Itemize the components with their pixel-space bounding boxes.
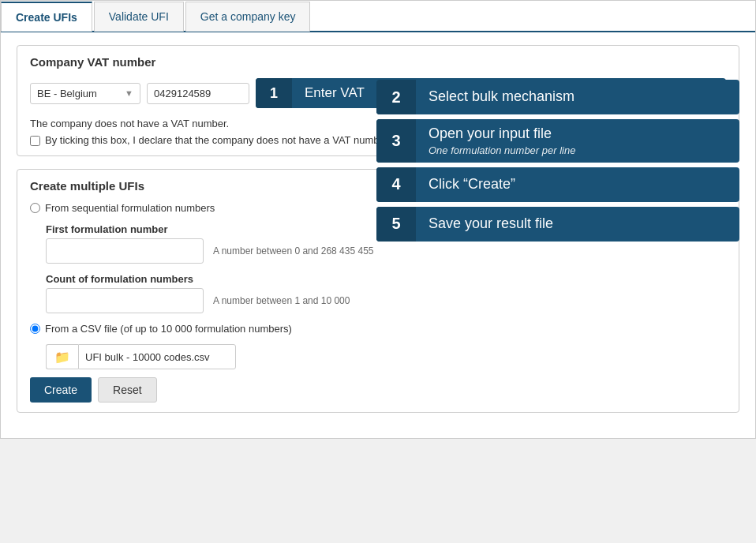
step2-content: Select bulk mechanism (416, 80, 587, 114)
step4-text: Click “Create” (429, 176, 515, 193)
action-buttons: Create Reset (30, 377, 726, 403)
country-select[interactable]: BE - Belgium ▼ (30, 83, 140, 104)
step4-content: Click “Create” (416, 167, 528, 202)
step3-text: Open your input file (429, 125, 575, 143)
vat-input[interactable] (147, 83, 249, 104)
page-content: Company VAT number BE - Belgium ▼ 1 Ente… (1, 32, 755, 438)
count-hint: A number between 1 and 10 000 (213, 295, 350, 306)
tab-create-ufis[interactable]: Create UFIs (1, 2, 92, 32)
step4-item: 4 Click “Create” (376, 167, 739, 202)
file-open-button[interactable]: 📁 (46, 344, 78, 369)
step2-item: 2 Select bulk mechanism (376, 80, 739, 114)
csv-radio-row: From a CSV file (of up to 10 000 formula… (30, 323, 726, 335)
file-name-input[interactable] (78, 344, 236, 369)
step3-content: Open your input file One formulation num… (416, 119, 588, 163)
no-vat-checkbox-label: By ticking this box, I declare that the … (45, 134, 391, 146)
step2-text: Select bulk mechanism (429, 88, 574, 106)
first-number-row: A number between 0 and 268 435 455 (46, 238, 726, 264)
create-button[interactable]: Create (30, 377, 92, 403)
step3-subtext: One formulation number per line (429, 144, 575, 156)
step1-number: 1 (256, 78, 292, 108)
count-input[interactable] (46, 288, 204, 313)
step2-number: 2 (376, 80, 416, 114)
tab-get-company-key[interactable]: Get a company key (185, 2, 311, 32)
count-row: A number between 1 and 10 000 (46, 288, 726, 313)
sequential-radio[interactable] (30, 203, 40, 213)
csv-radio[interactable] (30, 324, 40, 334)
main-container: Create UFIs Validate UFI Get a company k… (0, 0, 756, 439)
csv-label: From a CSV file (of up to 10 000 formula… (45, 323, 292, 335)
first-number-hint: A number between 0 and 268 435 455 (213, 245, 374, 257)
step3-number: 3 (376, 119, 416, 163)
step5-number: 5 (376, 207, 416, 242)
count-group: Count of formulation numbers A number be… (46, 273, 726, 313)
step5-item: 5 Save your result file (376, 207, 739, 242)
vat-section-title: Company VAT number (30, 55, 726, 69)
steps-overlay: 2 Select bulk mechanism 3 Open your inpu… (376, 80, 739, 242)
first-number-input[interactable] (46, 238, 204, 264)
step5-content: Save your result file (416, 207, 566, 242)
sequential-label: From sequential formulation numbers (45, 202, 215, 214)
tab-bar: Create UFIs Validate UFI Get a company k… (1, 1, 755, 32)
folder-icon: 📁 (54, 350, 70, 365)
step3-item: 3 Open your input file One formulation n… (376, 119, 739, 163)
chevron-down-icon: ▼ (125, 88, 133, 98)
step5-text: Save your result file (429, 215, 553, 233)
no-vat-checkbox[interactable] (30, 136, 40, 146)
count-label: Count of formulation numbers (46, 273, 726, 285)
step1-text: Enter VAT (292, 85, 377, 101)
tab-validate-ufi[interactable]: Validate UFI (94, 2, 184, 32)
file-row: 📁 (46, 344, 726, 369)
reset-button[interactable]: Reset (98, 377, 157, 403)
step4-number: 4 (376, 167, 416, 202)
